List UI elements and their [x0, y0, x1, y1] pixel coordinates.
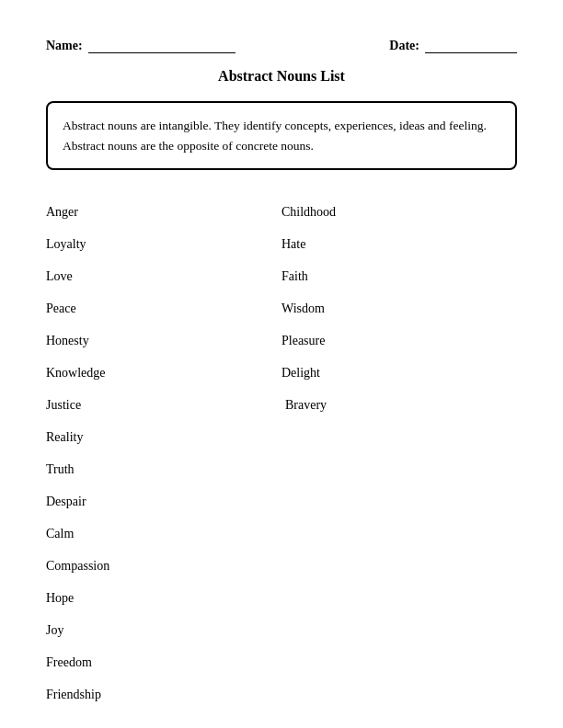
date-label: Date: — [389, 39, 419, 53]
list-item: Reality — [46, 421, 282, 453]
header-row: Name: Date: — [46, 37, 517, 53]
list-item: Truth — [46, 453, 282, 485]
list-item: Love — [46, 260, 282, 292]
list-item: Compassion — [46, 550, 282, 582]
nouns-container: AngerLoyaltyLovePeaceHonestyKnowledgeJus… — [46, 196, 517, 711]
list-item: Calm — [46, 518, 282, 550]
list-item: Anger — [46, 196, 282, 228]
list-item: Knowledge — [46, 357, 282, 389]
list-item: Bravery — [282, 389, 517, 421]
name-label: Name: — [46, 39, 83, 53]
list-item: Hate — [282, 228, 517, 260]
nouns-column-right: ChildhoodHateFaithWisdomPleasureDelightB… — [282, 196, 517, 711]
list-item: Despair — [46, 485, 282, 518]
description-text: Abstract nouns are intangible. They iden… — [63, 119, 487, 153]
list-item: Friendship — [46, 678, 282, 711]
description-box: Abstract nouns are intangible. They iden… — [46, 101, 517, 170]
list-item: Honesty — [46, 324, 282, 357]
list-item: Childhood — [282, 196, 517, 228]
list-item: Wisdom — [282, 292, 517, 324]
name-line[interactable] — [88, 37, 236, 53]
list-item: Faith — [282, 260, 517, 292]
name-field: Name: — [46, 37, 236, 53]
list-item: Peace — [46, 292, 282, 324]
list-item: Joy — [46, 614, 282, 646]
date-field: Date: — [389, 37, 517, 53]
list-item: Delight — [282, 357, 517, 389]
list-item: Justice — [46, 389, 282, 421]
page-title: Abstract Nouns List — [46, 68, 517, 85]
date-line[interactable] — [425, 37, 517, 53]
nouns-column-left: AngerLoyaltyLovePeaceHonestyKnowledgeJus… — [46, 196, 282, 711]
list-item: Pleasure — [282, 324, 517, 357]
list-item: Freedom — [46, 646, 282, 678]
list-item: Loyalty — [46, 228, 282, 260]
list-item: Hope — [46, 582, 282, 614]
